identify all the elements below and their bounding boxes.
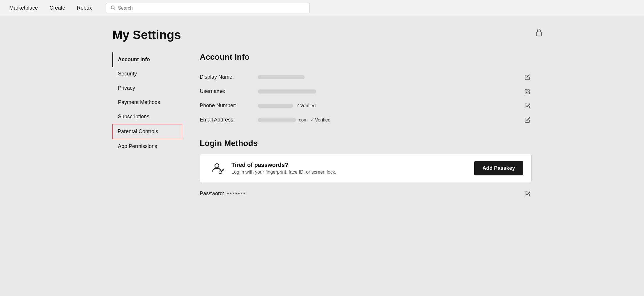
phone-verified-text: Verified — [300, 103, 316, 108]
sidebar-item-payment-methods[interactable]: Payment Methods — [112, 95, 182, 110]
username-value — [258, 89, 316, 94]
sidebar-item-privacy[interactable]: Privacy — [112, 81, 182, 95]
sidebar: Account Info Security Privacy Payment Me… — [112, 52, 188, 202]
svg-point-4 — [219, 171, 222, 174]
passkey-text-area: Tired of passwords? Log in with your fin… — [231, 162, 468, 175]
email-value — [258, 118, 296, 122]
add-passkey-button[interactable]: Add Passkey — [474, 161, 523, 175]
sidebar-item-account-info[interactable]: Account Info — [112, 52, 182, 67]
main-content: My Settings Account Info Security Privac… — [89, 16, 555, 214]
passkey-card: Tired of passwords? Log in with your fin… — [200, 154, 532, 182]
content-layout: Account Info Security Privacy Payment Me… — [112, 52, 532, 202]
passkey-icon — [208, 161, 226, 176]
nav-marketplace[interactable]: Marketplace — [9, 3, 38, 13]
account-info-title: Account Info — [200, 52, 532, 62]
phone-verified-badge: ✓ Verified — [296, 103, 316, 108]
lock-icon — [535, 28, 543, 38]
display-name-value — [258, 75, 305, 79]
email-suffix: .com — [298, 117, 308, 123]
email-verified-text: Verified — [315, 117, 330, 123]
nav-create[interactable]: Create — [49, 3, 65, 13]
email-verified-badge: ✓ Verified — [311, 117, 330, 123]
username-label: Username: — [200, 88, 258, 94]
sidebar-item-parental-controls[interactable]: Parental Controls — [112, 124, 182, 139]
svg-line-1 — [114, 8, 115, 9]
sidebar-item-subscriptions[interactable]: Subscriptions — [112, 110, 182, 124]
sidebar-item-app-permissions[interactable]: App Permissions — [112, 139, 182, 154]
search-container — [106, 3, 310, 13]
email-edit-icon[interactable] — [523, 116, 532, 124]
display-name-row: Display Name: — [200, 70, 532, 84]
password-row: Password: ••••••• — [200, 185, 532, 202]
top-navigation: Marketplace Create Robux — [0, 0, 644, 16]
svg-point-3 — [215, 164, 219, 168]
username-row: Username: — [200, 84, 532, 98]
email-label: Email Address: — [200, 117, 258, 123]
phone-number-value — [258, 104, 293, 108]
svg-rect-2 — [536, 32, 542, 36]
display-name-label: Display Name: — [200, 74, 258, 80]
password-edit-icon[interactable] — [523, 190, 532, 198]
display-name-edit-icon[interactable] — [523, 73, 532, 81]
phone-number-label: Phone Number: — [200, 103, 258, 109]
email-row: Email Address: .com ✓ Verified — [200, 113, 532, 127]
page-title: My Settings — [112, 28, 532, 42]
password-dots: ••••••• — [227, 191, 246, 197]
phone-number-row: Phone Number: ✓ Verified — [200, 98, 532, 113]
search-icon — [110, 5, 116, 11]
nav-robux[interactable]: Robux — [77, 3, 92, 13]
login-methods-title: Login Methods — [200, 139, 532, 148]
username-edit-icon[interactable] — [523, 87, 532, 96]
passkey-title: Tired of passwords? — [231, 162, 468, 168]
email-check-icon: ✓ — [311, 117, 314, 123]
sidebar-item-security[interactable]: Security — [112, 67, 182, 81]
password-label: Password: — [200, 191, 224, 197]
svg-line-7 — [223, 169, 223, 170]
phone-check-icon: ✓ — [296, 103, 300, 108]
settings-content-area: Account Info Display Name: Username: — [188, 52, 532, 202]
phone-edit-icon[interactable] — [523, 102, 532, 110]
passkey-subtitle: Log in with your fingerprint, face ID, o… — [231, 170, 468, 175]
search-input[interactable] — [118, 6, 305, 11]
